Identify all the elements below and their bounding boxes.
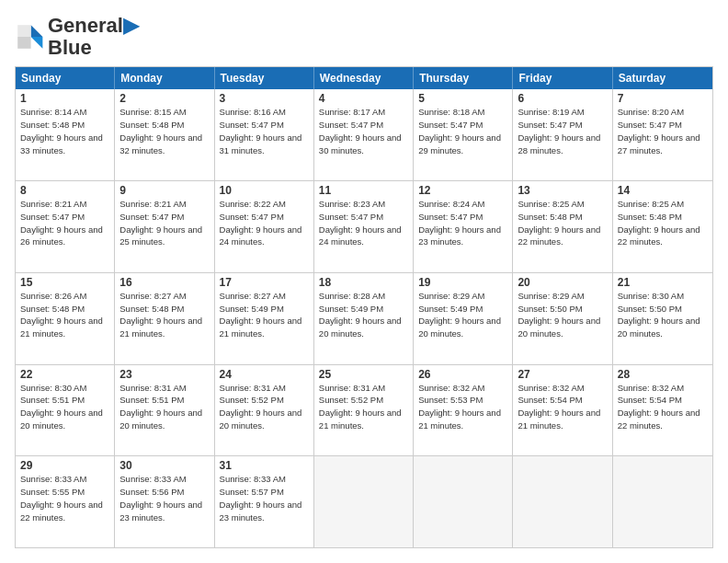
calendar-cell: 18Sunrise: 8:28 AMSunset: 5:49 PMDayligh… <box>314 273 414 364</box>
sun-info: Sunrise: 8:32 AMSunset: 5:53 PMDaylight:… <box>418 382 507 432</box>
svg-rect-3 <box>17 37 30 49</box>
sun-info: Sunrise: 8:16 AMSunset: 5:47 PMDaylight:… <box>220 106 309 156</box>
calendar-cell-empty <box>314 456 414 547</box>
calendar-cell-empty <box>414 456 513 547</box>
calendar-cell: 7Sunrise: 8:20 AMSunset: 5:47 PMDaylight… <box>613 89 712 180</box>
sun-info: Sunrise: 8:21 AMSunset: 5:47 PMDaylight:… <box>119 198 209 248</box>
day-number: 23 <box>119 368 209 381</box>
svg-rect-2 <box>17 25 30 37</box>
sun-info: Sunrise: 8:33 AMSunset: 5:57 PMDaylight:… <box>220 473 309 523</box>
calendar-cell: 1Sunrise: 8:14 AMSunset: 5:48 PMDaylight… <box>16 89 115 180</box>
svg-marker-0 <box>31 25 43 37</box>
calendar-cell: 31Sunrise: 8:33 AMSunset: 5:57 PMDayligh… <box>215 456 314 547</box>
calendar-cell: 29Sunrise: 8:33 AMSunset: 5:55 PMDayligh… <box>16 456 115 547</box>
day-number: 30 <box>119 459 209 472</box>
sun-info: Sunrise: 8:18 AMSunset: 5:47 PMDaylight:… <box>418 106 507 156</box>
calendar-cell: 12Sunrise: 8:24 AMSunset: 5:47 PMDayligh… <box>414 181 513 272</box>
calendar-cell: 20Sunrise: 8:29 AMSunset: 5:50 PMDayligh… <box>513 273 612 364</box>
calendar-cell-empty <box>513 456 612 547</box>
calendar-cell: 25Sunrise: 8:31 AMSunset: 5:52 PMDayligh… <box>314 365 414 456</box>
sun-info: Sunrise: 8:29 AMSunset: 5:50 PMDaylight:… <box>518 290 607 340</box>
day-number: 26 <box>418 368 507 381</box>
day-number: 4 <box>319 92 408 105</box>
calendar-cell-empty <box>613 456 712 547</box>
sun-info: Sunrise: 8:31 AMSunset: 5:51 PMDaylight:… <box>119 382 209 432</box>
calendar: SundayMondayTuesdayWednesdayThursdayFrid… <box>15 66 713 548</box>
day-number: 13 <box>518 184 607 197</box>
calendar-cell: 26Sunrise: 8:32 AMSunset: 5:53 PMDayligh… <box>414 365 513 456</box>
day-number: 20 <box>518 276 607 289</box>
calendar-cell: 23Sunrise: 8:31 AMSunset: 5:51 PMDayligh… <box>115 365 214 456</box>
calendar-cell: 21Sunrise: 8:30 AMSunset: 5:50 PMDayligh… <box>613 273 712 364</box>
day-number: 10 <box>220 184 309 197</box>
day-number: 17 <box>220 276 309 289</box>
calendar-cell: 27Sunrise: 8:32 AMSunset: 5:54 PMDayligh… <box>513 365 612 456</box>
sun-info: Sunrise: 8:33 AMSunset: 5:56 PMDaylight:… <box>119 473 209 523</box>
sun-info: Sunrise: 8:14 AMSunset: 5:48 PMDaylight:… <box>20 106 109 156</box>
logo-icon <box>15 22 44 52</box>
calendar-cell: 17Sunrise: 8:27 AMSunset: 5:49 PMDayligh… <box>215 273 314 364</box>
calendar-cell: 5Sunrise: 8:18 AMSunset: 5:47 PMDaylight… <box>414 89 513 180</box>
sun-info: Sunrise: 8:33 AMSunset: 5:55 PMDaylight:… <box>20 473 109 523</box>
calendar-cell: 14Sunrise: 8:25 AMSunset: 5:48 PMDayligh… <box>613 181 712 272</box>
calendar-cell: 16Sunrise: 8:27 AMSunset: 5:48 PMDayligh… <box>115 273 214 364</box>
calendar-body: 1Sunrise: 8:14 AMSunset: 5:48 PMDaylight… <box>16 89 712 547</box>
day-number: 8 <box>20 184 109 197</box>
day-number: 2 <box>119 92 209 105</box>
day-of-week-header: Saturday <box>613 67 712 89</box>
sun-info: Sunrise: 8:30 AMSunset: 5:51 PMDaylight:… <box>20 382 109 432</box>
day-number: 9 <box>119 184 209 197</box>
day-number: 14 <box>618 184 708 197</box>
day-number: 16 <box>119 276 209 289</box>
sun-info: Sunrise: 8:23 AMSunset: 5:47 PMDaylight:… <box>319 198 408 248</box>
day-of-week-header: Tuesday <box>215 67 314 89</box>
calendar-week-row: 22Sunrise: 8:30 AMSunset: 5:51 PMDayligh… <box>16 365 712 457</box>
calendar-cell: 8Sunrise: 8:21 AMSunset: 5:47 PMDaylight… <box>16 181 115 272</box>
calendar-week-row: 15Sunrise: 8:26 AMSunset: 5:48 PMDayligh… <box>16 273 712 365</box>
calendar-cell: 30Sunrise: 8:33 AMSunset: 5:56 PMDayligh… <box>115 456 214 547</box>
day-number: 11 <box>319 184 408 197</box>
sun-info: Sunrise: 8:22 AMSunset: 5:47 PMDaylight:… <box>220 198 309 248</box>
day-number: 24 <box>220 368 309 381</box>
day-number: 18 <box>319 276 408 289</box>
calendar-cell: 13Sunrise: 8:25 AMSunset: 5:48 PMDayligh… <box>513 181 612 272</box>
calendar-cell: 9Sunrise: 8:21 AMSunset: 5:47 PMDaylight… <box>115 181 214 272</box>
day-of-week-header: Monday <box>115 67 214 89</box>
sun-info: Sunrise: 8:21 AMSunset: 5:47 PMDaylight:… <box>20 198 109 248</box>
calendar-cell: 15Sunrise: 8:26 AMSunset: 5:48 PMDayligh… <box>16 273 115 364</box>
day-number: 28 <box>618 368 708 381</box>
calendar-cell: 19Sunrise: 8:29 AMSunset: 5:49 PMDayligh… <box>414 273 513 364</box>
sun-info: Sunrise: 8:25 AMSunset: 5:48 PMDaylight:… <box>618 198 708 248</box>
calendar-week-row: 1Sunrise: 8:14 AMSunset: 5:48 PMDaylight… <box>16 89 712 181</box>
day-number: 7 <box>618 92 708 105</box>
day-of-week-header: Thursday <box>414 67 513 89</box>
sun-info: Sunrise: 8:30 AMSunset: 5:50 PMDaylight:… <box>618 290 708 340</box>
day-number: 22 <box>20 368 109 381</box>
day-number: 31 <box>220 459 309 472</box>
sun-info: Sunrise: 8:25 AMSunset: 5:48 PMDaylight:… <box>518 198 607 248</box>
calendar-cell: 24Sunrise: 8:31 AMSunset: 5:52 PMDayligh… <box>215 365 314 456</box>
sun-info: Sunrise: 8:27 AMSunset: 5:49 PMDaylight:… <box>220 290 309 340</box>
day-number: 25 <box>319 368 408 381</box>
sun-info: Sunrise: 8:27 AMSunset: 5:48 PMDaylight:… <box>119 290 209 340</box>
day-number: 19 <box>418 276 507 289</box>
logo-text: General▶ Blue <box>48 15 139 59</box>
calendar-page: General▶ Blue SundayMondayTuesdayWednesd… <box>0 0 728 563</box>
calendar-cell: 22Sunrise: 8:30 AMSunset: 5:51 PMDayligh… <box>16 365 115 456</box>
calendar-cell: 6Sunrise: 8:19 AMSunset: 5:47 PMDaylight… <box>513 89 612 180</box>
day-number: 3 <box>220 92 309 105</box>
calendar-week-row: 29Sunrise: 8:33 AMSunset: 5:55 PMDayligh… <box>16 456 712 547</box>
calendar-header: SundayMondayTuesdayWednesdayThursdayFrid… <box>16 67 712 89</box>
calendar-cell: 28Sunrise: 8:32 AMSunset: 5:54 PMDayligh… <box>613 365 712 456</box>
sun-info: Sunrise: 8:17 AMSunset: 5:47 PMDaylight:… <box>319 106 408 156</box>
calendar-cell: 2Sunrise: 8:15 AMSunset: 5:48 PMDaylight… <box>115 89 214 180</box>
sun-info: Sunrise: 8:32 AMSunset: 5:54 PMDaylight:… <box>518 382 607 432</box>
day-number: 27 <box>518 368 607 381</box>
day-number: 15 <box>20 276 109 289</box>
sun-info: Sunrise: 8:19 AMSunset: 5:47 PMDaylight:… <box>518 106 607 156</box>
day-of-week-header: Sunday <box>16 67 115 89</box>
sun-info: Sunrise: 8:15 AMSunset: 5:48 PMDaylight:… <box>119 106 209 156</box>
sun-info: Sunrise: 8:26 AMSunset: 5:48 PMDaylight:… <box>20 290 109 340</box>
day-of-week-header: Wednesday <box>314 67 414 89</box>
calendar-cell: 11Sunrise: 8:23 AMSunset: 5:47 PMDayligh… <box>314 181 414 272</box>
